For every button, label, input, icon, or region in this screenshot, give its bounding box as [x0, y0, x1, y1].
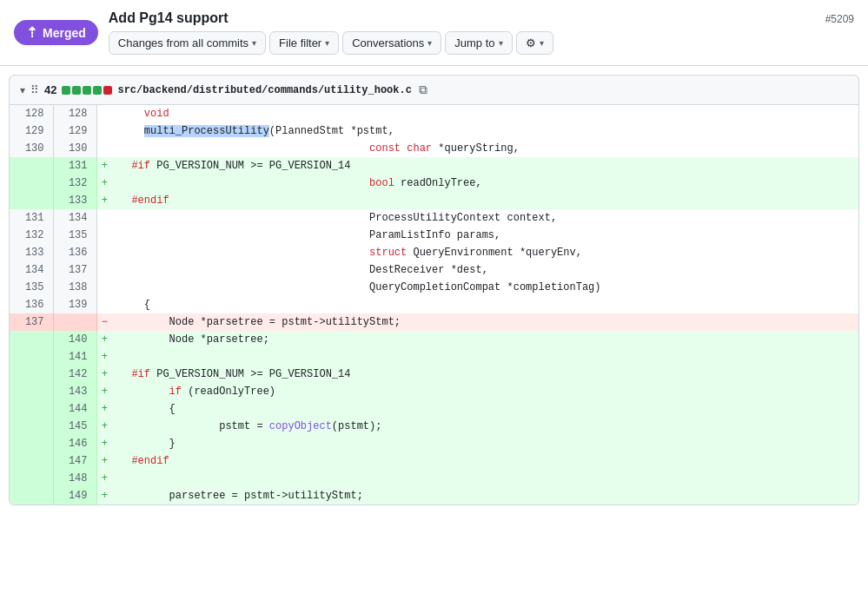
line-count: 42 — [44, 83, 56, 96]
add-sign: + — [102, 403, 108, 415]
diff-sign: + — [96, 452, 112, 470]
new-line-number: 144 — [53, 400, 96, 418]
table-row: 136139 { — [10, 296, 858, 313]
copy-path-button[interactable]: ⧉ — [419, 82, 427, 97]
new-line-number: 133 — [53, 192, 96, 209]
settings-dropdown[interactable]: ⚙ ▾ — [516, 31, 553, 55]
diff-sign — [96, 296, 112, 313]
diff-pill-green-4 — [93, 86, 102, 95]
code-content: { — [112, 400, 858, 418]
add-sign: + — [102, 195, 108, 207]
old-line-number — [10, 157, 53, 175]
merged-label: Merged — [43, 26, 86, 40]
code-content: void — [112, 105, 858, 122]
old-line-number — [10, 470, 53, 487]
table-row: 148+ — [10, 470, 858, 487]
code-content: Node *parsetree; — [112, 331, 858, 348]
diff-sign: + — [96, 348, 112, 366]
table-row: 137− Node *parsetree = pstmt->utilityStm… — [10, 313, 858, 331]
add-sign: + — [102, 438, 108, 450]
diff-sign — [96, 227, 112, 244]
new-line-number: 145 — [53, 418, 96, 435]
code-content: #endif — [112, 452, 858, 470]
new-line-number: 140 — [53, 331, 96, 348]
file-header-left: ▾ ⠿ 42 src/backend/distributed/commands/… — [20, 83, 412, 96]
diff-sign — [96, 122, 112, 140]
code-content: #endif — [112, 192, 858, 209]
collapse-button[interactable]: ▾ — [20, 84, 25, 96]
table-row: 132135 ParamListInfo params, — [10, 227, 858, 244]
changes-dropdown[interactable]: Changes from all commits ▾ — [109, 31, 266, 55]
code-content: #if PG_VERSION_NUM >= PG_VERSION_14 — [112, 366, 858, 383]
new-line-number: 135 — [53, 227, 96, 244]
code-content: parsetree = pstmt->utilityStmt; — [112, 487, 858, 504]
diff-sign: + — [96, 175, 112, 192]
new-line-number: 130 — [53, 140, 96, 157]
code-content: multi_ProcessUtility(PlannedStmt *pstmt, — [112, 122, 858, 140]
old-line-number: 134 — [10, 261, 53, 279]
old-line-number — [10, 348, 53, 366]
diff-sign: + — [96, 470, 112, 487]
new-line-number: 142 — [53, 366, 96, 383]
new-line-number — [53, 313, 96, 331]
table-row: 144+ { — [10, 400, 858, 418]
add-sign: + — [102, 420, 108, 432]
code-content: QueryCompletionCompat *completionTag) — [112, 279, 858, 296]
diff-sign: + — [96, 383, 112, 400]
diff-sign: + — [96, 331, 112, 348]
diff-pills — [62, 86, 112, 95]
table-row: 140+ Node *parsetree; — [10, 331, 858, 348]
table-row: 146+ } — [10, 435, 858, 452]
old-line-number — [10, 452, 53, 470]
code-content — [112, 470, 858, 487]
table-row: 141+ — [10, 348, 858, 366]
old-line-number: 128 — [10, 105, 53, 122]
new-line-number: 143 — [53, 383, 96, 400]
settings-icon: ⚙ — [526, 36, 536, 49]
diff-pill-green-2 — [72, 86, 81, 95]
table-row: 131+ #if PG_VERSION_NUM >= PG_VERSION_14 — [10, 157, 858, 175]
file-filter-dropdown[interactable]: File filter ▾ — [269, 31, 339, 55]
code-content: { — [112, 296, 858, 313]
conversations-dropdown[interactable]: Conversations ▾ — [342, 31, 441, 55]
chevron-down-icon: ▾ — [540, 38, 544, 48]
new-line-number: 137 — [53, 261, 96, 279]
add-sign: + — [102, 351, 108, 363]
code-content: const char *queryString, — [112, 140, 858, 157]
diff-sign — [96, 209, 112, 227]
file-header: ▾ ⠿ 42 src/backend/distributed/commands/… — [9, 75, 859, 105]
table-row: 133136 struct QueryEnvironment *queryEnv… — [10, 244, 858, 261]
diff-sign: − — [96, 313, 112, 331]
table-row: 128128 void — [10, 105, 858, 122]
diff-sign: + — [96, 487, 112, 504]
old-line-number — [10, 383, 53, 400]
new-line-number: 128 — [53, 105, 96, 122]
file-path: src/backend/distributed/commands/utility… — [117, 84, 411, 96]
diff-sign: + — [96, 192, 112, 209]
code-content: if (readOnlyTree) — [112, 383, 858, 400]
chevron-down-icon: ▾ — [499, 38, 503, 48]
code-content: struct QueryEnvironment *queryEnv, — [112, 244, 858, 261]
jump-to-dropdown[interactable]: Jump to ▾ — [445, 31, 512, 55]
new-line-number: 147 — [53, 452, 96, 470]
old-line-number — [10, 400, 53, 418]
table-row: 145+ pstmt = copyObject(pstmt); — [10, 418, 858, 435]
old-line-number: 129 — [10, 122, 53, 140]
code-content: DestReceiver *dest, — [112, 261, 858, 279]
add-sign: + — [102, 368, 108, 380]
diff-sign — [96, 244, 112, 261]
table-row: 134137 DestReceiver *dest, — [10, 261, 858, 279]
code-content: #if PG_VERSION_NUM >= PG_VERSION_14 — [112, 157, 858, 175]
old-line-number: 133 — [10, 244, 53, 261]
changes-label: Changes from all commits — [118, 36, 248, 49]
table-row: 131134 ProcessUtilityContext context, — [10, 209, 858, 227]
diff-sign — [96, 279, 112, 296]
diff-table: 128128 void129129 multi_ProcessUtility(P… — [10, 105, 858, 504]
diff-pill-red-1 — [103, 86, 112, 95]
code-content: ProcessUtilityContext context, — [112, 209, 858, 227]
table-row: 135138 QueryCompletionCompat *completion… — [10, 279, 858, 296]
code-content — [112, 348, 858, 366]
old-line-number: 135 — [10, 279, 53, 296]
old-line-number: 137 — [10, 313, 53, 331]
drag-icon: ⠿ — [30, 83, 39, 96]
